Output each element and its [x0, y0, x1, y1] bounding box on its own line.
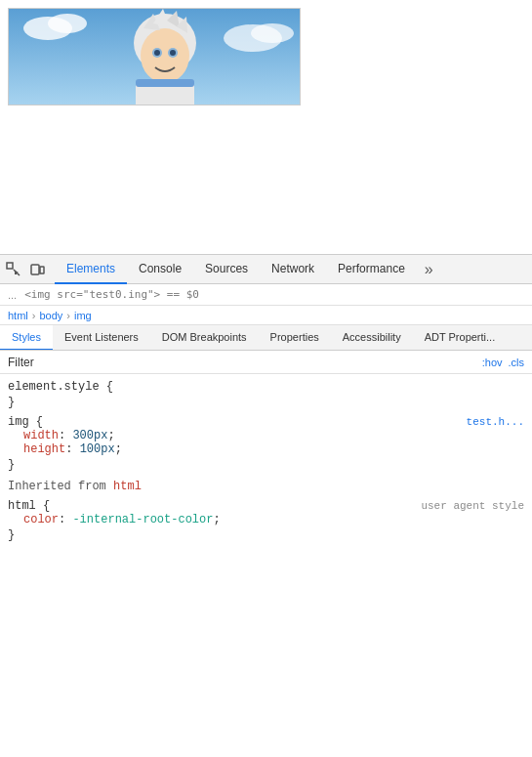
breadcrumb-img[interactable]: img	[74, 310, 92, 321]
inherited-html-tag: html	[113, 480, 142, 493]
device-toggle-icon[interactable]	[27, 260, 47, 279]
css-property-width: width: 300px;	[8, 429, 524, 442]
svg-point-6	[141, 28, 189, 83]
svg-point-4	[251, 23, 294, 43]
breadcrumb-sep1: ›	[32, 310, 36, 321]
css-property-height: height: 100px;	[8, 442, 524, 456]
subtab-event-listeners[interactable]: Event Listeners	[53, 325, 150, 351]
tab-elements[interactable]: Elements	[55, 255, 127, 284]
rule-source-link[interactable]: test.h...	[467, 416, 524, 428]
tab-console[interactable]: Console	[127, 255, 193, 284]
breadcrumb-body[interactable]: body	[39, 310, 62, 321]
breadcrumb-code: <img src="test0.ing"> == $0	[24, 288, 199, 301]
html-rule-close: }	[8, 526, 524, 544]
prop-name-height: height	[23, 442, 65, 456]
prop-name-width: width	[23, 429, 59, 442]
inherited-label: Inherited from html	[0, 476, 532, 497]
breadcrumb-bar: ... <img src="test0.ing"> == $0	[0, 284, 532, 306]
breadcrumb-html[interactable]: html	[8, 310, 28, 321]
element-breadcrumb: html › body › img	[0, 306, 532, 325]
img-selector-text: img {	[8, 415, 43, 429]
tab-sources[interactable]: Sources	[193, 255, 260, 284]
filter-options: :hov .cls	[482, 357, 524, 368]
subtabs-bar: Styles Event Listeners DOM Breakpoints P…	[0, 325, 532, 351]
prop-value-height: 100px	[80, 442, 115, 456]
css-content[interactable]: element.style { } img { test.h... width:…	[0, 374, 532, 757]
css-rule-html: html { user agent style color: -internal…	[0, 497, 532, 546]
svg-rect-19	[40, 267, 44, 273]
tab-performance[interactable]: Performance	[326, 255, 417, 284]
subtab-properties[interactable]: Properties	[259, 325, 331, 351]
prop-value-color: -internal-root-color	[72, 513, 213, 526]
svg-rect-17	[7, 263, 13, 269]
toolbar-icons	[4, 260, 47, 279]
filter-label: Filter	[8, 356, 34, 369]
more-tabs-button[interactable]: »	[417, 261, 441, 278]
prop-value-width: 300px	[72, 429, 107, 442]
breadcrumb-sep2: ›	[66, 310, 70, 321]
css-rule-img: img { test.h... width: 300px; height: 10…	[0, 413, 532, 476]
svg-point-13	[154, 50, 160, 56]
filter-hov[interactable]: :hov	[482, 357, 503, 368]
css-rule-element-style: element.style { }	[0, 378, 532, 413]
user-agent-label: user agent style	[421, 500, 524, 512]
filter-bar: Filter :hov .cls	[0, 351, 532, 374]
filter-cls[interactable]: .cls	[509, 357, 525, 368]
svg-point-14	[170, 50, 176, 56]
img-rule-close: }	[8, 456, 524, 474]
devtools-panel: Elements Console Sources Network Perform…	[0, 254, 532, 757]
svg-rect-18	[31, 265, 39, 274]
anime-image	[8, 8, 301, 105]
rule-selector-element-style: element.style {	[8, 380, 524, 394]
subtab-styles[interactable]: Styles	[0, 325, 53, 351]
tab-network[interactable]: Network	[260, 255, 326, 284]
subtab-dom-breakpoints[interactable]: DOM Breakpoints	[150, 325, 259, 351]
rule-close-brace: }	[8, 394, 524, 411]
subtab-adt-properties[interactable]: ADT Properti...	[413, 325, 508, 351]
svg-point-2	[48, 14, 87, 33]
svg-rect-16	[136, 79, 194, 87]
devtools-tabs: Elements Console Sources Network Perform…	[55, 255, 528, 284]
prop-name-color: color	[23, 513, 59, 526]
breadcrumb-dots: ...	[8, 289, 17, 301]
subtab-accessibility[interactable]: Accessibility	[331, 325, 413, 351]
selector-text: element.style {	[8, 380, 113, 394]
anime-character-bg	[9, 9, 300, 105]
html-selector-text: html {	[8, 499, 50, 513]
browser-viewport	[0, 0, 532, 254]
devtools-toolbar: Elements Console Sources Network Perform…	[0, 255, 532, 284]
inspect-element-icon[interactable]	[4, 260, 23, 279]
css-property-color: color: -internal-root-color;	[8, 513, 524, 526]
background-svg	[9, 9, 301, 105]
